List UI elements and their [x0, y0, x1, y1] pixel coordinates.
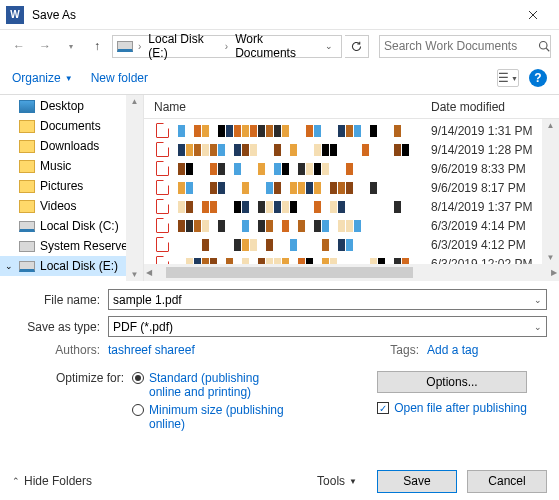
- tree-item[interactable]: Documents: [0, 116, 143, 136]
- file-name-redacted: [178, 144, 431, 156]
- search-input[interactable]: [384, 39, 534, 53]
- folder-icon: [19, 160, 35, 173]
- file-row[interactable]: 6/3/2019 4:12 PM: [154, 235, 559, 254]
- file-row[interactable]: 8/14/2019 1:37 PM: [154, 197, 559, 216]
- breadcrumb-disk[interactable]: Local Disk (E:): [144, 32, 222, 60]
- options-button[interactable]: Options...: [377, 371, 527, 393]
- tree-item[interactable]: Desktop: [0, 96, 143, 116]
- file-date: 6/3/2019 4:14 PM: [431, 219, 559, 233]
- tree-item-label: Documents: [40, 119, 101, 133]
- tree-item-label: Local Disk (C:): [40, 219, 119, 233]
- chevron-right-icon[interactable]: ›: [135, 41, 144, 52]
- file-date: 6/3/2019 12:02 PM: [431, 257, 559, 265]
- file-name-redacted: [178, 163, 431, 175]
- save-type-label: Save as type:: [12, 320, 108, 334]
- tree-item-label: Desktop: [40, 99, 84, 113]
- open-after-checkbox[interactable]: ✓ Open file after publishing: [357, 401, 547, 415]
- tree-item-label: Pictures: [40, 179, 83, 193]
- file-name-input[interactable]: ⌄: [108, 289, 547, 310]
- close-button[interactable]: [513, 1, 553, 29]
- tree-item-label: Videos: [40, 199, 76, 213]
- search-box[interactable]: [379, 35, 551, 58]
- breadcrumb-folder[interactable]: Work Documents: [231, 32, 321, 60]
- file-name-redacted: [178, 182, 431, 194]
- help-icon[interactable]: ?: [529, 69, 547, 87]
- breadcrumb[interactable]: › Local Disk (E:) › Work Documents ⌄: [112, 35, 342, 58]
- tree-item-label: Music: [40, 159, 71, 173]
- tree-item[interactable]: Pictures: [0, 176, 143, 196]
- radio-minimum[interactable]: Minimum size (publishing online): [132, 403, 289, 431]
- file-hscrollbar[interactable]: ◀▶: [144, 264, 559, 281]
- file-date: 8/14/2019 1:37 PM: [431, 200, 559, 214]
- drive-icon: [117, 38, 133, 54]
- radio-standard[interactable]: Standard (publishing online and printing…: [132, 371, 289, 399]
- file-date: 9/14/2019 1:31 PM: [431, 124, 559, 138]
- file-row[interactable]: 9/6/2019 8:17 PM: [154, 178, 559, 197]
- file-row[interactable]: 6/3/2019 12:02 PM: [154, 254, 559, 264]
- back-button[interactable]: ←: [8, 35, 30, 57]
- organize-menu[interactable]: Organize▼: [12, 71, 73, 85]
- new-folder-button[interactable]: New folder: [91, 71, 148, 85]
- file-name-redacted: [178, 220, 431, 232]
- drive-icon: [19, 221, 35, 232]
- optimize-label: Optimize for:: [12, 371, 132, 435]
- word-icon: W: [6, 6, 24, 24]
- forward-button[interactable]: →: [34, 35, 56, 57]
- file-list: Name Date modified 9/14/2019 1:31 PM9/14…: [144, 95, 559, 281]
- pdf-icon: [154, 256, 170, 265]
- system-icon: [19, 241, 35, 252]
- column-name[interactable]: Name: [154, 100, 431, 114]
- pdf-icon: [154, 199, 170, 215]
- file-row[interactable]: 9/14/2019 1:31 PM: [154, 121, 559, 140]
- radio-icon: [132, 404, 144, 416]
- cancel-button[interactable]: Cancel: [467, 470, 547, 493]
- chevron-right-icon[interactable]: ›: [222, 41, 231, 52]
- file-row[interactable]: 9/6/2019 8:33 PM: [154, 159, 559, 178]
- pdf-icon: [154, 161, 170, 177]
- file-date: 9/14/2019 1:28 PM: [431, 143, 559, 157]
- checkbox-icon: ✓: [377, 402, 389, 414]
- save-button[interactable]: Save: [377, 470, 457, 493]
- tags-label: Tags:: [367, 343, 427, 357]
- radio-icon: [132, 372, 144, 384]
- svg-point-0: [540, 42, 548, 50]
- up-button[interactable]: ↑: [86, 35, 108, 57]
- tree-item-label: Downloads: [40, 139, 99, 153]
- tree-item[interactable]: Downloads: [0, 136, 143, 156]
- chevron-down-icon[interactable]: ⌄: [534, 295, 542, 305]
- save-type-select[interactable]: PDF (*.pdf) ⌄: [108, 316, 547, 337]
- pdf-icon: [154, 142, 170, 158]
- tree-scrollbar[interactable]: ▲▼: [126, 95, 143, 281]
- breadcrumb-dropdown[interactable]: ⌄: [321, 41, 337, 51]
- tools-menu[interactable]: Tools▼: [317, 474, 357, 488]
- file-date: 9/6/2019 8:33 PM: [431, 162, 559, 176]
- file-name-label: File name:: [12, 293, 108, 307]
- hide-folders-button[interactable]: ⌃ Hide Folders: [12, 474, 92, 488]
- tree-item-label: System Reserved: [40, 239, 135, 253]
- tree-item[interactable]: Music: [0, 156, 143, 176]
- file-date: 6/3/2019 4:12 PM: [431, 238, 559, 252]
- tree-item[interactable]: System Reserved: [0, 236, 143, 256]
- tree-item[interactable]: Videos: [0, 196, 143, 216]
- column-date[interactable]: Date modified: [431, 100, 559, 114]
- tags-value[interactable]: Add a tag: [427, 343, 547, 357]
- tree-item[interactable]: ⌄Local Disk (E:): [0, 256, 143, 276]
- chevron-down-icon[interactable]: ⌄: [534, 322, 542, 332]
- folder-icon: [19, 200, 35, 213]
- file-date: 9/6/2019 8:17 PM: [431, 181, 559, 195]
- file-vscrollbar[interactable]: ▲▼: [542, 119, 559, 264]
- folder-icon: [19, 120, 35, 133]
- recent-dropdown[interactable]: ▾: [60, 35, 82, 57]
- file-row[interactable]: 9/14/2019 1:28 PM: [154, 140, 559, 159]
- chevron-up-icon: ⌃: [12, 476, 20, 486]
- pdf-icon: [154, 237, 170, 253]
- file-row[interactable]: 6/3/2019 4:14 PM: [154, 216, 559, 235]
- nav-tree: DesktopDocumentsDownloadsMusicPicturesVi…: [0, 95, 144, 281]
- refresh-button[interactable]: [345, 35, 369, 58]
- authors-value[interactable]: tashreef shareef: [108, 343, 195, 357]
- file-name-redacted: [178, 125, 431, 137]
- tree-item[interactable]: Local Disk (C:): [0, 216, 143, 236]
- search-icon[interactable]: [538, 40, 550, 52]
- pdf-icon: [154, 218, 170, 234]
- view-options[interactable]: ☰▼: [497, 69, 519, 87]
